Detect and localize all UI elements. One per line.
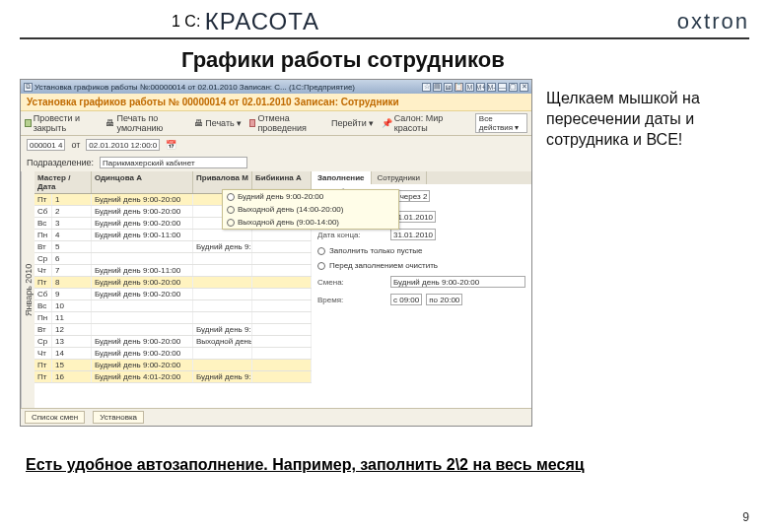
unit-input[interactable]: Парикмахерский кабинет <box>100 157 247 168</box>
app-screenshot: ⧉ Установка графиков работы №:00000014 о… <box>20 79 532 427</box>
doc-number-row: 000001 4 от 02.01.2010 12:00:0 📅 <box>21 136 531 154</box>
time-from-input[interactable]: с 09:00 <box>390 294 422 305</box>
radio-clear-first[interactable] <box>317 262 325 270</box>
cancel-posting-button[interactable]: Отмена проведения <box>249 113 323 133</box>
bottom-tab-shifts[interactable]: Список смен <box>25 411 85 424</box>
table-row[interactable]: Вт12Будний день 9:00-20:00 <box>35 324 312 336</box>
toolbar-mini-icon[interactable]: ▤ <box>433 83 442 92</box>
toolbar-mini-icon[interactable]: ☆ <box>422 83 431 92</box>
toolbar-mini-icon[interactable]: 📋 <box>454 83 463 92</box>
table-row[interactable]: Пн4Будний день 9:00-11:00 <box>35 230 312 241</box>
document-header: Установка графиков работы № 00000014 от … <box>21 94 531 111</box>
minimize-icon[interactable]: — <box>498 83 507 92</box>
table-row[interactable]: Пт16Будний день 4:01-20:00Будний день 9:… <box>35 371 312 383</box>
bottom-tab-setup[interactable]: Установка <box>93 411 144 424</box>
toolbar-mini-icon[interactable]: M- <box>487 83 496 92</box>
salon-label: 📌 Салон: Мир красоты <box>382 113 459 133</box>
table-row[interactable]: Пт8Будний день 9:00-20:00 <box>35 277 312 289</box>
doc-date-input[interactable]: 02.01.2010 12:00:0 <box>86 139 160 151</box>
all-actions-select[interactable]: Все действия ▾ <box>475 113 527 133</box>
table-row[interactable]: Сб9Будний день 9:00-20:00 <box>35 289 312 300</box>
maximize-icon[interactable]: ▢ <box>509 83 518 92</box>
slide-header: 1 С: КРАСОТА oxtron <box>20 8 749 39</box>
radio-fill-empty[interactable] <box>317 247 325 255</box>
unit-label: Подразделение: <box>27 158 94 167</box>
print-default-button[interactable]: 🖶 Печать по умолчанию <box>105 113 186 133</box>
header-title: КРАСОТА <box>205 8 319 35</box>
shift-input[interactable]: Будний день 9:00-20:00 <box>390 276 525 288</box>
slide-caption: Щелкаем мышкой на пересечении даты и сот… <box>546 79 743 427</box>
doc-number-input[interactable]: 000001 4 <box>27 139 65 151</box>
unit-row: Подразделение: Парикмахерский кабинет <box>21 154 531 171</box>
print-button[interactable]: 🖶 Печать ▾ <box>194 118 241 128</box>
table-row[interactable]: Чт7Будний день 9:00-11:00 <box>35 265 312 277</box>
table-row[interactable]: Ср13Будний день 9:00-20:00Выходной день … <box>35 336 312 348</box>
page-number: 9 <box>742 510 749 524</box>
time-to-input[interactable]: по 20:00 <box>426 294 462 305</box>
bottom-tabs: Список смен Установка <box>21 408 531 426</box>
slide-subtitle: Графики работы сотрудников <box>20 39 749 79</box>
month-strip[interactable]: Январь 2010 <box>21 171 35 408</box>
slide-footer: Есть удобное автозаполнение. Например, з… <box>20 456 749 474</box>
opt1-radio[interactable] <box>227 193 235 201</box>
toolbar-mini-icon[interactable]: 🖭 <box>444 83 453 92</box>
doc-date-picker-icon[interactable]: 📅 <box>166 140 176 150</box>
table-row[interactable]: Пт15Будний день 9:00-20:00 <box>35 360 312 371</box>
document-toolbar: Провести и закрыть 🖶 Печать по умолчанию… <box>21 111 531 136</box>
tab-fill[interactable]: Заполнение <box>312 171 372 184</box>
window-title: Установка графиков работы №:00000014 от … <box>35 83 420 92</box>
table-row[interactable]: Вс10 <box>35 300 312 312</box>
window-titlebar: ⧉ Установка графиков работы №:00000014 о… <box>21 80 531 94</box>
table-row[interactable]: Пн11 <box>35 312 312 324</box>
toolbar-mini-icon[interactable]: M+ <box>476 83 485 92</box>
tab-employees[interactable]: Сотрудники <box>372 171 427 184</box>
opt2-radio[interactable] <box>227 206 235 214</box>
close-icon[interactable]: ✕ <box>520 83 528 92</box>
run-and-close-button[interactable]: Провести и закрыть <box>25 113 98 133</box>
opt3-radio[interactable] <box>227 219 235 227</box>
date-end-input[interactable]: 31.01.2010 <box>390 229 436 240</box>
table-row[interactable]: Вт5Будний день 9:00-20:00 <box>35 241 312 253</box>
brand-logo: oxtron <box>677 9 749 34</box>
app-icon: ⧉ <box>24 83 33 92</box>
shift-popup[interactable]: Будний день 9:00-20:00 Выходной день (14… <box>222 189 399 230</box>
toolbar-mini-icon[interactable]: M <box>465 83 474 92</box>
goto-button[interactable]: Перейти ▾ <box>331 118 374 128</box>
header-prefix: 1 С: <box>172 13 200 31</box>
table-row[interactable]: Ср6 <box>35 253 312 265</box>
table-row[interactable]: Чт14Будний день 9:00-20:00 <box>35 348 312 360</box>
